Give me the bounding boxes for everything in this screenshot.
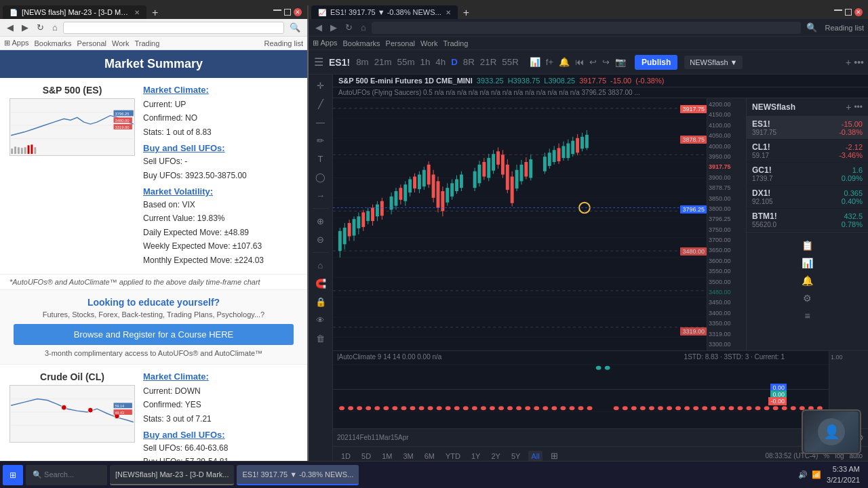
watchlist-item-ES1[interactable]: ES1! 3917.75 -15.00 -0.38% <box>747 117 868 140</box>
tool-eye[interactable]: 👁 <box>314 313 327 327</box>
tf-1h[interactable]: 1h <box>418 56 433 68</box>
tv-main-chart[interactable]: 3917.75 3878.75 3796.25 3480.00 3319.00 <box>333 98 707 350</box>
left-tab-1-close[interactable]: ✕ <box>134 9 140 16</box>
right-win-close[interactable]: ✕ <box>854 8 863 16</box>
tool-home[interactable]: ⌂ <box>316 258 326 272</box>
right-refresh-btn[interactable]: ↻ <box>342 21 355 34</box>
watchlist-item-BTM1[interactable]: BTM1! 55620.0 432.5 0.78% <box>747 209 868 232</box>
tv-undo-btn[interactable]: ↩ <box>587 56 599 68</box>
period-6m[interactable]: 6M <box>422 451 437 462</box>
watchlist-item-DX1[interactable]: DX1! 92.105 0.365 0.40% <box>747 186 868 209</box>
right-search-btn[interactable]: 🔍 <box>804 21 820 34</box>
right-apps-link[interactable]: ⊞ Apps <box>313 39 338 47</box>
left-home-btn[interactable]: ⌂ <box>50 21 60 34</box>
right-tab-1[interactable]: 📈 ES1! 3917.75 ▼ -0.38% NEWS... ✕ <box>311 5 458 19</box>
left-forward-btn[interactable]: ▶ <box>19 21 31 34</box>
tf-55R[interactable]: 55R <box>500 56 520 68</box>
right-forward-btn[interactable]: ▶ <box>328 21 340 34</box>
tf-8m[interactable]: 8m <box>354 56 371 68</box>
tf-D[interactable]: D <box>449 56 460 68</box>
period-5d[interactable]: 5D <box>359 451 374 462</box>
tv-redo-btn[interactable]: ↪ <box>600 56 612 68</box>
trading-link[interactable]: Trading <box>134 39 159 47</box>
tv-replay-btn[interactable]: ⏮ <box>573 56 586 68</box>
personal-link[interactable]: Personal <box>77 39 106 47</box>
network-icon[interactable]: 📶 <box>812 470 821 479</box>
right-win-maximize[interactable] <box>845 9 852 16</box>
left-search-btn[interactable]: 🔍 <box>287 21 303 34</box>
period-3m[interactable]: 3M <box>400 451 416 462</box>
tv-plus-btn[interactable]: + <box>846 57 851 68</box>
left-refresh-btn[interactable]: ↻ <box>34 21 47 34</box>
tool-shapes[interactable]: ◯ <box>313 170 328 184</box>
watchlist-item-CL1[interactable]: CL1! 59.17 -2.12 -3.46% <box>747 140 868 163</box>
left-win-close[interactable]: ✕ <box>294 8 302 16</box>
watchlist-menu-btn[interactable]: ••• <box>854 102 863 113</box>
tf-55m[interactable]: 55m <box>395 56 417 68</box>
watchlist-item-GC1[interactable]: GC1! 1739.7 1.6 0.09% <box>747 163 868 186</box>
right-tab-close[interactable]: ✕ <box>446 9 451 16</box>
tv-right-icon-3[interactable]: 🔔 <box>800 273 815 288</box>
tool-trash[interactable]: 🗑 <box>314 331 327 346</box>
right-bookmarks-link[interactable]: Bookmarks <box>343 39 380 47</box>
right-reading-list-link[interactable]: Reading list <box>825 24 864 32</box>
tool-arrow[interactable]: → <box>314 188 327 203</box>
period-all[interactable]: All <box>528 451 542 462</box>
left-win-minimize[interactable] <box>273 9 281 11</box>
tool-text[interactable]: T <box>316 152 326 166</box>
newsflash-dropdown-btn[interactable]: NEWSflash ▼ <box>684 56 743 69</box>
period-1m[interactable]: 1M <box>379 451 395 462</box>
tool-lock[interactable]: 🔒 <box>313 295 328 309</box>
tool-zoom-in[interactable]: ⊕ <box>315 214 326 228</box>
period-2y[interactable]: 2Y <box>488 451 502 462</box>
tv-more-btn[interactable]: ••• <box>854 57 864 68</box>
tv-right-icon-1[interactable]: 📋 <box>800 238 815 253</box>
right-personal-link[interactable]: Personal <box>386 39 415 47</box>
bookmarks-link[interactable]: Bookmarks <box>35 39 72 47</box>
tf-21m[interactable]: 21m <box>372 56 394 68</box>
search-bar-btn[interactable]: 🔍 Search... <box>26 465 107 485</box>
period-1d[interactable]: 1D <box>338 451 353 462</box>
tv-right-icon-2[interactable]: 📊 <box>800 256 815 270</box>
left-tab-1[interactable]: 📄 [NEWS flash] Mar-23 - [3-D Mark... ✕ <box>3 5 146 19</box>
period-ytd[interactable]: YTD <box>443 451 463 462</box>
tv-right-icon-5[interactable]: ≡ <box>802 308 812 323</box>
taskbar-item-1[interactable]: [NEWSflash] Mar-23 - [3-D Mark... <box>110 465 234 485</box>
work-link[interactable]: Work <box>112 39 129 47</box>
right-new-tab-btn[interactable]: + <box>459 7 473 19</box>
tool-crosshair[interactable]: ✛ <box>315 79 326 93</box>
tv-symbol-selector[interactable]: ES1! <box>329 57 350 68</box>
left-new-tab-btn[interactable]: + <box>148 7 162 19</box>
left-win-maximize[interactable] <box>284 9 291 16</box>
period-1y[interactable]: 1Y <box>469 451 483 462</box>
tool-magnet[interactable]: 🧲 <box>313 277 328 291</box>
right-trading-link[interactable]: Trading <box>443 39 468 47</box>
apps-link[interactable]: ⊞ Apps <box>4 39 29 47</box>
tv-menu-btn[interactable]: ☰ <box>313 54 325 70</box>
tf-4h[interactable]: 4h <box>433 56 448 68</box>
edu-btn[interactable]: Browse and Register for a Course HERE <box>14 324 294 345</box>
volume-icon[interactable]: 🔊 <box>798 470 808 479</box>
tv-add-indicator-btn[interactable]: f+ <box>544 56 555 68</box>
right-back-btn[interactable]: ◀ <box>313 21 325 34</box>
left-url-input[interactable]: d2ag3jdu89hmr4.cl... <box>63 22 284 34</box>
tool-line[interactable]: ╱ <box>316 97 326 111</box>
taskbar-item-2[interactable]: ES1! 3917.75 ▼ -0.38% NEWS... <box>237 465 359 485</box>
tool-hline[interactable]: — <box>314 115 327 129</box>
tf-21R[interactable]: 21R <box>478 56 498 68</box>
right-win-minimize[interactable] <box>834 9 842 11</box>
right-url-input[interactable]: tradingview.com/chart/mViVj5jA/ <box>372 22 801 34</box>
left-back-btn[interactable]: ◀ <box>4 21 16 34</box>
right-work-link[interactable]: Work <box>420 39 437 47</box>
tf-8R[interactable]: 8R <box>461 56 477 68</box>
reading-list-link[interactable]: Reading list <box>264 39 303 47</box>
tv-alert-btn[interactable]: 🔔 <box>557 56 572 68</box>
start-button[interactable]: ⊞ <box>3 465 23 485</box>
tv-bar-type-btn[interactable]: 📊 <box>528 56 542 68</box>
tv-publish-btn[interactable]: Publish <box>635 55 677 70</box>
tool-zoom-out[interactable]: ⊖ <box>315 232 326 247</box>
tv-snapshot-btn[interactable]: 📷 <box>613 56 628 68</box>
watchlist-add-btn[interactable]: + <box>846 102 851 113</box>
right-home-btn[interactable]: ⌂ <box>358 21 369 34</box>
tv-right-icon-4[interactable]: ⚙ <box>801 291 814 306</box>
